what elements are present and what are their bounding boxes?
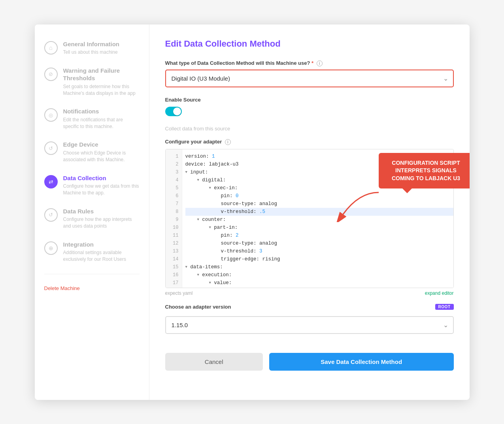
code-value: 2 bbox=[236, 232, 239, 239]
line-numbers: 12345678910111213141516171819 bbox=[166, 149, 182, 288]
main-content: Edit Data Collection Method What type of… bbox=[149, 24, 470, 400]
enable-source-label: Enable Source bbox=[165, 97, 454, 103]
collapse-arrow-icon[interactable]: ▼ bbox=[185, 263, 190, 271]
data-collection-icon: ⇄ bbox=[44, 175, 58, 188]
collapse-arrow-icon[interactable]: ▼ bbox=[197, 216, 202, 224]
edge-device-icon: ↺ bbox=[44, 141, 58, 155]
type-info-icon[interactable]: i bbox=[317, 60, 323, 66]
code-line: ▼ execution: bbox=[185, 271, 453, 279]
adapter-version-select-wrapper: 1.15.0 ⌄ bbox=[165, 316, 454, 334]
collapse-arrow-icon[interactable]: ▼ bbox=[197, 271, 202, 279]
sidebar-item-warning-failure[interactable]: ⊘ Warning and Failure Thresholds Set goa… bbox=[44, 67, 140, 97]
root-badge: ROOT bbox=[435, 304, 454, 310]
collapse-arrow-icon[interactable]: ▼ bbox=[209, 279, 213, 287]
data-rules-icon: ↺ bbox=[44, 208, 58, 222]
code-value: .5 bbox=[259, 208, 265, 216]
expand-editor-link[interactable]: expand editor bbox=[425, 290, 454, 296]
code-value: 0 bbox=[236, 192, 239, 200]
sidebar-item-edge-device[interactable]: ↺ Edge Device Choose which Edge Device i… bbox=[44, 141, 140, 163]
sidebar-item-data-collection[interactable]: ⇄ Data Collection Configure how we get d… bbox=[44, 174, 140, 196]
code-line: ACTIVE: exec-in bbox=[185, 287, 453, 288]
sidebar-item-integration[interactable]: ⊕ Integration Additional settings availa… bbox=[44, 241, 140, 263]
sidebar: ⌂ General Information Tell us about this… bbox=[35, 24, 149, 400]
configure-adapter-label: Configure your adapter i bbox=[165, 139, 454, 145]
collapse-arrow-icon[interactable]: ▼ bbox=[185, 168, 190, 176]
code-line: ▼ data-items: bbox=[185, 263, 453, 271]
home-icon: ⌂ bbox=[44, 41, 58, 55]
type-select[interactable]: Digital IO (U3 Module)Analog InputDigita… bbox=[165, 70, 454, 87]
sidebar-divider bbox=[44, 274, 140, 274]
adapter-version-select[interactable]: 1.15.0 bbox=[165, 316, 454, 334]
collapse-arrow-icon[interactable]: ▼ bbox=[209, 224, 213, 232]
notification-icon: ◎ bbox=[44, 108, 58, 122]
code-line: v-threshold: 3 bbox=[185, 247, 453, 255]
adapter-version-row: Choose an adapter version ROOT bbox=[165, 304, 454, 310]
callout-box: CONFIGURATION SCRIPT INTERPRETS SIGNALS … bbox=[379, 153, 470, 189]
type-field-label: What type of Data Collection Method will… bbox=[165, 60, 454, 66]
integration-icon: ⊕ bbox=[44, 241, 58, 255]
editor-area: CONFIGURATION SCRIPT INTERPRETS SIGNALS … bbox=[165, 149, 454, 290]
sidebar-item-notifications[interactable]: ◎ Notifications Edit the notifications t… bbox=[44, 107, 140, 130]
delete-machine-link[interactable]: Delete Machine bbox=[44, 285, 80, 291]
page-title: Edit Data Collection Method bbox=[165, 39, 454, 49]
code-line: pin: 0 bbox=[185, 192, 453, 200]
code-line: source-type: analog bbox=[185, 200, 453, 208]
editor-footer: expects yaml expand editor bbox=[165, 290, 454, 296]
footer-buttons: Cancel Save Data Collection Method bbox=[165, 353, 454, 371]
toggle-wrapper bbox=[165, 107, 454, 118]
enable-source-toggle[interactable] bbox=[165, 107, 182, 116]
sidebar-item-general-information[interactable]: ⌂ General Information Tell us about this… bbox=[44, 40, 140, 56]
sidebar-item-data-rules[interactable]: ↺ Data Rules Configure how the app inter… bbox=[44, 207, 140, 230]
type-select-wrapper: Digital IO (U3 Module)Analog InputDigita… bbox=[165, 70, 454, 87]
code-line: ▼ part-in: bbox=[185, 224, 453, 232]
code-value: 3 bbox=[259, 247, 262, 255]
code-line: ▼ counter: bbox=[185, 216, 453, 224]
collapse-arrow-icon[interactable]: ▼ bbox=[209, 184, 213, 192]
cancel-button[interactable]: Cancel bbox=[165, 353, 263, 371]
configure-info-icon[interactable]: i bbox=[225, 139, 231, 145]
code-value: 1 bbox=[212, 153, 215, 160]
code-line: source-type: analog bbox=[185, 239, 453, 247]
collect-label: Collect data from this source bbox=[165, 126, 454, 132]
collapse-arrow-icon[interactable]: ▼ bbox=[197, 176, 202, 184]
code-line: pin: 2 bbox=[185, 232, 453, 239]
code-line: v-threshold: .5 bbox=[185, 208, 453, 216]
warning-icon: ⊘ bbox=[44, 68, 58, 81]
code-line: ▼ value: bbox=[185, 279, 453, 287]
code-line: trigger-edge: rising bbox=[185, 255, 453, 263]
adapter-version-label: Choose an adapter version bbox=[165, 304, 231, 310]
expects-yaml-label: expects yaml bbox=[165, 290, 193, 296]
save-button[interactable]: Save Data Collection Method bbox=[269, 353, 454, 371]
